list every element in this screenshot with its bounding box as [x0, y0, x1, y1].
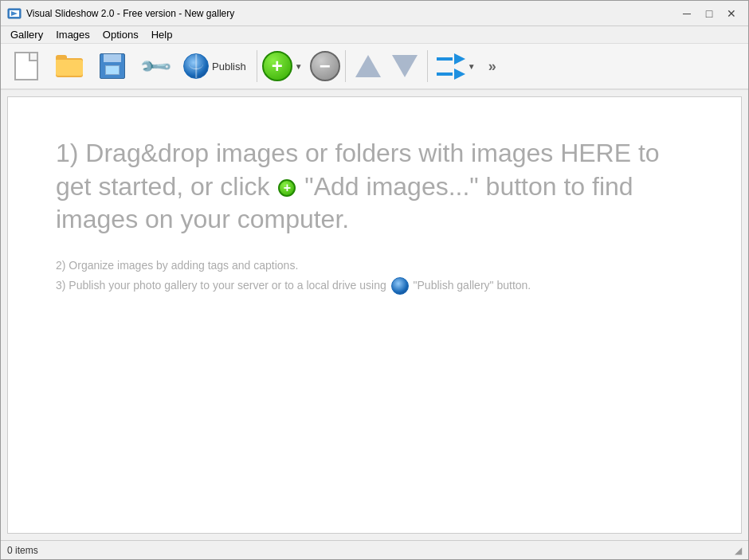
instruction-2: 2) Organize images by adding tags and ca…: [56, 256, 693, 276]
move-down-button[interactable]: [387, 49, 422, 84]
maximize-button[interactable]: □: [699, 6, 720, 22]
arrow-down-icon: [392, 55, 418, 77]
instructions-panel: 1) Drag&drop images or folders with imag…: [56, 137, 693, 296]
separator-1: [257, 50, 257, 82]
more-button[interactable]: »: [484, 46, 501, 86]
close-button[interactable]: ✕: [721, 6, 742, 22]
window-title: Visual Slideshow 2.0 - Free version - Ne…: [26, 8, 675, 19]
add-dropdown-button[interactable]: ▼: [292, 51, 305, 81]
minimize-button[interactable]: ─: [676, 6, 697, 22]
open-gallery-button[interactable]: [49, 46, 90, 86]
options-button[interactable]: 🔧: [135, 46, 176, 86]
arrow-up-icon: [355, 55, 381, 77]
folder-icon: [55, 52, 84, 80]
remove-button[interactable]: −: [310, 51, 340, 81]
inline-add-icon: +: [278, 179, 296, 197]
wrench-icon: 🔧: [141, 52, 170, 80]
menu-help[interactable]: Help: [145, 27, 179, 42]
separator-3: [427, 50, 428, 82]
save-gallery-button[interactable]: [92, 46, 133, 86]
statusbar: 0 items ◢: [1, 540, 748, 559]
new-gallery-button[interactable]: [6, 46, 47, 86]
items-count: 0 items: [7, 545, 38, 556]
publish-action-button[interactable]: ▼: [433, 46, 482, 86]
menu-gallery[interactable]: Gallery: [4, 27, 49, 42]
main-content-area: 1) Drag&drop images or folders with imag…: [7, 96, 742, 534]
menu-images[interactable]: Images: [49, 27, 96, 42]
new-file-icon: [12, 52, 41, 80]
instruction-1: 1) Drag&drop images or folders with imag…: [56, 137, 693, 237]
publish-arrows-icon: [437, 52, 465, 80]
add-images-button[interactable]: +: [262, 51, 292, 81]
separator-2: [345, 50, 346, 82]
globe-icon: [183, 53, 209, 79]
publish-label: Publish: [212, 61, 246, 72]
menu-options[interactable]: Options: [96, 27, 145, 42]
save-icon: [98, 52, 127, 80]
toolbar: 🔧 Publish + ▼ −: [1, 44, 748, 90]
publish-button[interactable]: Publish: [178, 46, 252, 86]
move-up-button[interactable]: [351, 49, 386, 84]
publish-action-dropdown[interactable]: ▼: [465, 51, 478, 81]
resize-handle-icon[interactable]: ◢: [735, 545, 742, 556]
menubar: Gallery Images Options Help: [1, 26, 748, 44]
inline-globe-icon: [391, 277, 409, 295]
add-images-group: + ▼: [262, 46, 305, 86]
instruction-3: 3) Publish your photo gallery to your se…: [56, 276, 693, 296]
titlebar: Visual Slideshow 2.0 - Free version - Ne…: [1, 1, 748, 26]
app-icon: [7, 6, 22, 21]
